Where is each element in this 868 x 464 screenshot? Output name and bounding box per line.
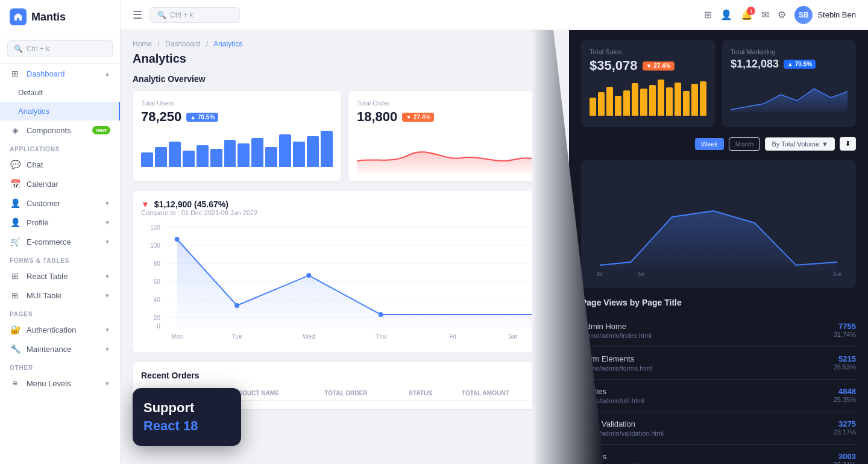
dashboard-chevron: ▲ xyxy=(104,71,110,77)
total-users-badge: ▲ 70.5% xyxy=(186,113,218,122)
svg-point-15 xyxy=(306,273,311,278)
react-table-icon: ⊞ xyxy=(10,271,20,281)
sidebar-item-mui-table[interactable]: ⊞ MUI Table ▼ xyxy=(0,286,120,305)
profile-icon: 👤 xyxy=(10,218,20,227)
sidebar-maintenance-label: Maintenance xyxy=(27,345,71,354)
page-views-section: Page Views by Page Title Admin Home 7755… xyxy=(581,298,856,464)
sidebar: Mantis 🔍 Ctrl + k ⊞ Dashboard ▲ Default … xyxy=(0,0,121,464)
message-icon-btn[interactable]: ✉ xyxy=(761,9,769,20)
breadcrumb-home[interactable]: Home xyxy=(133,40,152,48)
sidebar-customer-label: Customer xyxy=(27,199,60,208)
search-icon: 🔍 xyxy=(14,45,23,53)
analytic-cards-light: Total Users 78,250 ▲ 70.5% xyxy=(133,91,557,181)
sidebar-item-components[interactable]: ◈ Components new xyxy=(0,121,120,140)
income-overview-card: ▼ $1,12,900 (45.67%) Compare to : 01 Dec… xyxy=(133,191,557,353)
menu-levels-icon: ≡ xyxy=(10,378,20,388)
svg-text:Sat: Sat xyxy=(638,271,645,277)
logo-icon xyxy=(10,8,27,25)
svg-text:80: 80 xyxy=(154,260,161,267)
sidebar-chat-label: Chat xyxy=(27,160,43,169)
menu-levels-chevron: ▼ xyxy=(104,380,110,387)
mui-table-icon: ⊞ xyxy=(10,290,20,300)
page-views-title: Page Views by Page Title xyxy=(581,298,856,307)
apps-icon-btn[interactable]: ⊞ xyxy=(704,9,712,20)
dashboard-icon: ⊞ xyxy=(10,69,20,78)
section-applications: Applications xyxy=(0,140,120,155)
maintenance-chevron: ▼ xyxy=(104,346,110,353)
section-forms: Forms & Tables xyxy=(0,251,120,266)
sidebar-item-profile[interactable]: 👤 Profile ▼ xyxy=(0,213,120,232)
sidebar-item-authentication[interactable]: 🔐 Authentication ▼ xyxy=(0,320,120,339)
ecommerce-chevron: ▼ xyxy=(104,239,110,245)
total-sales-badge: ▼ 27.4% xyxy=(643,61,675,71)
sidebar-react-table-label: React Table xyxy=(27,272,68,281)
sidebar-item-ecommerce[interactable]: 🛒 E-commerce ▼ xyxy=(0,232,120,251)
components-badge: new xyxy=(92,126,110,134)
menu-toggle-icon[interactable]: ☰ xyxy=(133,8,142,22)
total-sales-chart xyxy=(590,80,706,116)
svg-text:Fri: Fri xyxy=(449,333,456,340)
card-total-users: Total Users 78,250 ▲ 70.5% xyxy=(133,91,341,181)
sidebar-item-chat[interactable]: 💬 Chat xyxy=(0,155,120,174)
btn-volume[interactable]: By Total Volume ▼ xyxy=(765,137,835,151)
support-react18-popup[interactable]: Support React 18 xyxy=(133,388,241,446)
sidebar-item-react-table[interactable]: ⊞ React Table ▼ xyxy=(0,266,120,286)
analytic-overview-title: Analytic Overview xyxy=(133,74,557,84)
svg-text:20: 20 xyxy=(154,315,161,321)
sidebar-search-container: 🔍 Ctrl + k xyxy=(0,34,120,64)
page-view-item-0: Admin Home 7755 /demo/admin/index.html 3… xyxy=(581,315,856,347)
breadcrumb-dashboard[interactable]: Dashboard xyxy=(165,40,201,48)
total-users-value: 78,250 ▲ 70.5% xyxy=(141,109,333,125)
sidebar-menu-levels-label: Menu Levels xyxy=(27,379,71,388)
header-search-icon: 🔍 xyxy=(157,11,166,19)
btn-month[interactable]: Month xyxy=(729,137,761,151)
sidebar-item-default[interactable]: Default xyxy=(0,83,120,102)
sidebar-item-menu-levels[interactable]: ≡ Menu Levels ▼ xyxy=(0,374,120,393)
sidebar-ecommerce-label: E-commerce xyxy=(27,237,71,246)
svg-text:60: 60 xyxy=(154,278,161,285)
sidebar-item-analytics[interactable]: Analytics xyxy=(0,102,120,121)
income-header: ▼ $1,12,900 (45.67%) Compare to : 01 Dec… xyxy=(141,199,549,216)
sidebar-item-dashboard[interactable]: ⊞ Dashboard ▲ xyxy=(0,64,120,83)
popup-line2: React 18 xyxy=(143,418,230,434)
header: ☰ 🔍 Ctrl + k ⊞ 👤 🔔 1 ✉ ⚙ SB Stebin Ben xyxy=(121,0,868,30)
orders-title: Recent Orders xyxy=(141,371,549,380)
notification-badge: 1 xyxy=(747,7,755,15)
header-search[interactable]: 🔍 Ctrl + k xyxy=(149,7,240,23)
btn-week[interactable]: Week xyxy=(695,138,724,150)
sidebar-item-customer[interactable]: 👤 Customer ▼ xyxy=(0,193,120,213)
svg-text:Thu: Thu xyxy=(376,333,386,340)
maintenance-icon: 🔧 xyxy=(10,344,20,354)
btn-download[interactable]: ⬇ xyxy=(840,137,856,151)
sidebar-item-calendar[interactable]: 📅 Calendar xyxy=(0,174,120,193)
section-other: Other xyxy=(0,359,120,374)
total-users-label: Total Users xyxy=(141,99,333,107)
user-switch-icon-btn[interactable]: 👤 xyxy=(720,9,732,20)
col-total-order: TOTAL ORDER xyxy=(319,386,404,401)
main-content: ☰ 🔍 Ctrl + k ⊞ 👤 🔔 1 ✉ ⚙ SB Stebin Ben xyxy=(121,0,868,464)
sidebar-mui-table-label: MUI Table xyxy=(27,291,61,300)
svg-text:Wed: Wed xyxy=(303,333,315,340)
sidebar-item-maintenance[interactable]: 🔧 Maintenance ▼ xyxy=(0,339,120,359)
total-order-value: 18,800 ▼ 27.4% xyxy=(357,109,549,125)
ecommerce-icon: 🛒 xyxy=(10,237,20,246)
income-chart: 120 100 80 60 40 20 0 xyxy=(141,221,549,344)
sidebar-profile-label: Profile xyxy=(27,218,49,227)
popup-line1: Support xyxy=(143,400,230,416)
search-placeholder: Ctrl + k xyxy=(27,45,49,53)
svg-text:Mon: Mon xyxy=(171,333,183,340)
sidebar-search[interactable]: 🔍 Ctrl + k xyxy=(7,40,113,57)
sidebar-logo: Mantis xyxy=(0,0,120,34)
user-avatar-btn[interactable]: SB Stebin Ben xyxy=(794,6,856,24)
notification-bell-btn[interactable]: 🔔 1 xyxy=(741,9,753,20)
breadcrumb: Home / Dashboard / Analytics xyxy=(133,40,557,48)
page-view-item-3: Form Validation 3275 /demo/admin/validat… xyxy=(581,412,856,445)
page-view-item-2: Utilities 4848 /demo/admin/util.html 25.… xyxy=(581,380,856,412)
income-controls: Week Month By Total Volume ▼ ⬇ xyxy=(581,137,856,151)
total-marketing-value: $1,12,083 ▲ 70.5% xyxy=(731,58,848,71)
sidebar-auth-label: Authentication xyxy=(27,325,76,334)
content-dark: Total Sales $35,078 ▼ 27.4% xyxy=(569,30,868,464)
settings-icon-btn[interactable]: ⚙ xyxy=(778,9,786,20)
page-view-item-1: Form Elements 5215 /demo/admin/forms.htm… xyxy=(581,347,856,380)
svg-text:40: 40 xyxy=(154,296,161,303)
